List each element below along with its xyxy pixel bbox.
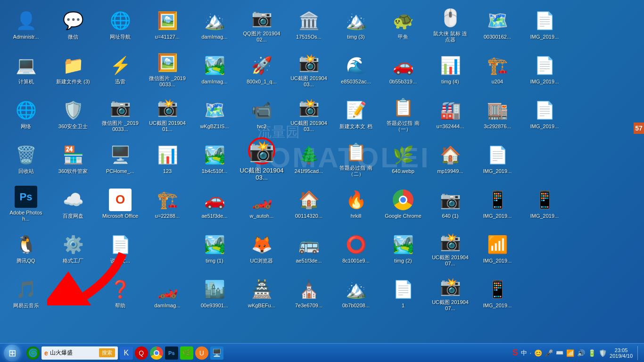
desktop-icon-3c292876[interactable]: 🏬3c292876... bbox=[476, 94, 519, 134]
desktop-icon-wymusic[interactable]: 🎵网易云音乐 bbox=[5, 273, 47, 313]
taskbar-qihu-icon[interactable]: Q bbox=[135, 346, 148, 360]
desktop-icon-jiayu[interactable]: 🐢甲鱼 bbox=[382, 5, 424, 45]
speaker-icon[interactable]: 🔊 bbox=[577, 349, 585, 357]
desktop-icon-timg3[interactable]: 🏔️timg (3) bbox=[335, 5, 377, 45]
desktop-icon-00114320[interactable]: 🏠00114320... bbox=[288, 184, 330, 224]
desktop-icon-u362444[interactable]: 🏭u=362444... bbox=[429, 94, 471, 134]
desktop-icon-baidupan[interactable]: ☁️百度网盘 bbox=[52, 184, 94, 224]
desktop-icon-i123[interactable]: 📊123 bbox=[146, 139, 189, 179]
desktop-icon-damimg3[interactable]: 🏎️damImag... bbox=[146, 273, 189, 313]
desktop-icon-img2019h[interactable]: 📱IMG_2019... bbox=[476, 273, 519, 313]
desktop-icon-241f95cad[interactable]: 🌲241f95cad... bbox=[288, 139, 330, 179]
desktop-icon-img2019b[interactable]: 📄IMG_2019... bbox=[523, 49, 566, 90]
ime-indicator[interactable]: 中 bbox=[521, 349, 527, 357]
desktop-icon-img2019c[interactable]: 📄IMG_2019... bbox=[523, 94, 566, 134]
desktop-icon-ie[interactable]: 🌐网址导航 bbox=[99, 5, 141, 45]
desktop-icon-ucjt4[interactable]: 📸UC截图 20190403... bbox=[236, 135, 287, 183]
emoji-icon[interactable]: 😊 bbox=[534, 349, 542, 357]
desktop-icon-ucjt5[interactable]: 📸UC截图 20190407... bbox=[429, 229, 471, 269]
system-clock[interactable]: 23:05 2019/4/10 bbox=[610, 347, 633, 359]
desktop-icon-xunlei[interactable]: ⚡迅雷 bbox=[99, 49, 141, 90]
desktop-icon-800x0[interactable]: 🚀800x0_1_q... bbox=[240, 49, 283, 90]
desktop-icon-audi8c[interactable]: ⭕8c1001e9... bbox=[335, 229, 377, 269]
taskbar-search-button[interactable]: 搜索 bbox=[99, 348, 115, 357]
desktop-icon-computer[interactable]: 💻计算机 bbox=[5, 49, 47, 90]
desktop-icon-img2019d[interactable]: 📄IMG_2019... bbox=[476, 139, 519, 179]
desktop-icon-qqpic[interactable]: 📷QQ图片 20190402... bbox=[240, 5, 283, 45]
desktop-icon-00e93901[interactable]: 🏙️00e93901... bbox=[193, 273, 236, 313]
desktop-icon-ucbrowser[interactable]: 🦊UC浏览器 bbox=[240, 229, 283, 269]
taskbar-kingsoft-icon[interactable]: K bbox=[120, 346, 133, 360]
desktop-icon-recyclebin[interactable]: 🗑️回收站 bbox=[5, 139, 47, 179]
desktop-icon-network[interactable]: 🌐网络 bbox=[5, 94, 47, 134]
taskbar-green-icon[interactable]: 🌿 bbox=[180, 346, 193, 360]
sogou-icon[interactable]: S bbox=[512, 348, 518, 358]
desktop-icon-i1[interactable]: 📄1 bbox=[382, 273, 424, 313]
start-button[interactable]: ⊞ bbox=[0, 344, 25, 362]
desktop-icon-wkgbefu[interactable]: 🏯wKgBEFu... bbox=[240, 273, 283, 313]
desktop-icon-help[interactable]: ❓帮助 bbox=[99, 273, 141, 313]
taskbar-chrome-icon[interactable] bbox=[150, 346, 163, 360]
desktop-icon-wkgbz[interactable]: 🗺️wKgBZ1IS... bbox=[193, 94, 236, 134]
desktop-icon-u227288[interactable]: 🏗️u=22288... bbox=[146, 184, 189, 224]
desktop-icon-timg1[interactable]: 🏞️timg (1) bbox=[193, 229, 236, 269]
network-tray-icon[interactable]: 📶 bbox=[566, 349, 574, 357]
desktop-icon-shuomingw[interactable]: 📄说明文... bbox=[99, 229, 141, 269]
desktop-icon-7e3e6709[interactable]: ⛪7e3e6709... bbox=[288, 273, 330, 313]
desktop-icon-ucjt3[interactable]: 📸UC截图 20190403... bbox=[288, 94, 330, 134]
desktop-icon-ucjt6[interactable]: 📸UC截图 20190407... bbox=[429, 273, 471, 313]
desktop-icon-img2019f[interactable]: 📱IMG_2019... bbox=[523, 184, 566, 224]
taskbar-uc-icon[interactable]: U bbox=[195, 346, 208, 360]
keyboard-icon[interactable]: ⌨️ bbox=[556, 349, 563, 356]
desktop-icon-damimg2[interactable]: 🏞️damImag... bbox=[193, 49, 236, 90]
battery-icon[interactable]: 🔋 bbox=[588, 349, 596, 357]
desktop-icon-ucjt1[interactable]: 📸UC截图 20190403... bbox=[288, 49, 330, 90]
desktop-icon-geshigf[interactable]: ⚙️格式工厂 bbox=[52, 229, 94, 269]
desktop-icon-img2019g[interactable]: 📶IMG_2019... bbox=[476, 229, 519, 269]
show-desktop-button[interactable] bbox=[637, 346, 640, 360]
desktop-icon-1b4c510f[interactable]: 🏞️1b4c510f... bbox=[193, 139, 236, 179]
desktop-icon-360soft[interactable]: 🏪360软件管家 bbox=[52, 139, 94, 179]
desktop-icon-i640webp[interactable]: 🌿640.webp bbox=[382, 139, 424, 179]
taskbar-search-input[interactable] bbox=[50, 350, 97, 356]
desktop-icon-u204[interactable]: 🏗️u204 bbox=[476, 49, 519, 90]
desktop-icon-0b55b319[interactable]: 🚗0b55b319... bbox=[382, 49, 424, 90]
desktop-icon-msoffice[interactable]: OMicrosoft Office bbox=[99, 184, 141, 224]
desktop-icon-mouse[interactable]: 🖱️鼠大侠 鼠标 连点器 bbox=[429, 5, 471, 45]
desktop-icon-wechatpic[interactable]: 🖼️微信图片 _20190033... bbox=[146, 49, 189, 90]
desktop-icon-u41127[interactable]: 🖼️u=41127... bbox=[146, 5, 189, 45]
desktop-icon-hrkill[interactable]: 🔥hrkill bbox=[335, 184, 377, 224]
desktop-icon-wechat[interactable]: 💬微信 bbox=[52, 5, 94, 45]
desktop-icon-17515os[interactable]: 🏛️17515Os... bbox=[288, 5, 330, 45]
taskbar-ps-icon[interactable]: Ps bbox=[165, 346, 178, 360]
security-warning-icon[interactable]: 🛡️ bbox=[599, 349, 607, 357]
desktop-icon-newtxt[interactable]: 📝新建文本文 档 bbox=[335, 94, 377, 134]
desktop-icon-0b7b0208[interactable]: 🏔️0b7b0208... bbox=[335, 273, 377, 313]
taskbar-360-icon[interactable]: 🌀 bbox=[26, 346, 40, 360]
desktop-icon-pchome[interactable]: 🖥️PCHome_... bbox=[99, 139, 141, 179]
desktop-icon-newfolder[interactable]: 📁新建文件夹 (3) bbox=[52, 49, 94, 90]
desktop-icon-timg2[interactable]: 🏞️timg (2) bbox=[382, 229, 424, 269]
desktop-icon-i640_1[interactable]: 📷640 (1) bbox=[429, 184, 471, 224]
desktop-icon-damimg1[interactable]: 🏔️damImag... bbox=[193, 5, 236, 45]
desktop-icon-daan1[interactable]: 📋答题必过指 南（一） bbox=[382, 94, 424, 134]
desktop-icon-img003001[interactable]: 🗺️00300162... bbox=[476, 5, 519, 45]
desktop-icon-chrome[interactable]: Google Chrome bbox=[382, 184, 424, 224]
taskbar-pc-icon[interactable]: 🖥️ bbox=[210, 346, 223, 360]
desktop-icon-ae51f3de[interactable]: 🚗ae51f3de... bbox=[193, 184, 236, 224]
desktop-icon-admin[interactable]: 👤Administr... bbox=[5, 5, 47, 45]
desktop-icon-tvc2[interactable]: 📹tvc2 bbox=[240, 94, 283, 134]
desktop-icon-e850352[interactable]: 🌊e850352ac... bbox=[335, 49, 377, 90]
desktop-icon-wechatpic2[interactable]: 📷微信图片 _20190033... bbox=[99, 94, 141, 134]
desktop-icon-photoshop[interactable]: PsAdobe Photosh... bbox=[5, 184, 47, 224]
desktop-icon-timg4[interactable]: 📊timg (4) bbox=[429, 49, 471, 90]
desktop-icon-wautoh[interactable]: 🏎️w_autoh... bbox=[240, 184, 283, 224]
desktop-icon-mp19949[interactable]: 🏠mp19949... bbox=[429, 139, 471, 179]
desktop-icon-ae51f3de2[interactable]: 🚌ae51f3de... bbox=[288, 229, 330, 269]
desktop-icon-360safe[interactable]: 🛡️360安全卫士 bbox=[52, 94, 94, 134]
desktop-icon-img2019a[interactable]: 📄IMG_2019... bbox=[523, 5, 566, 45]
desktop-icon-ucjt2[interactable]: 📸UC截图 20190401... bbox=[146, 94, 189, 134]
mic-icon[interactable]: 🎤 bbox=[545, 349, 553, 357]
desktop-icon-daan2[interactable]: 📋答题必过指 南（二） bbox=[335, 139, 377, 179]
desktop-icon-img2019e[interactable]: 📱IMG_2019... bbox=[476, 184, 519, 224]
